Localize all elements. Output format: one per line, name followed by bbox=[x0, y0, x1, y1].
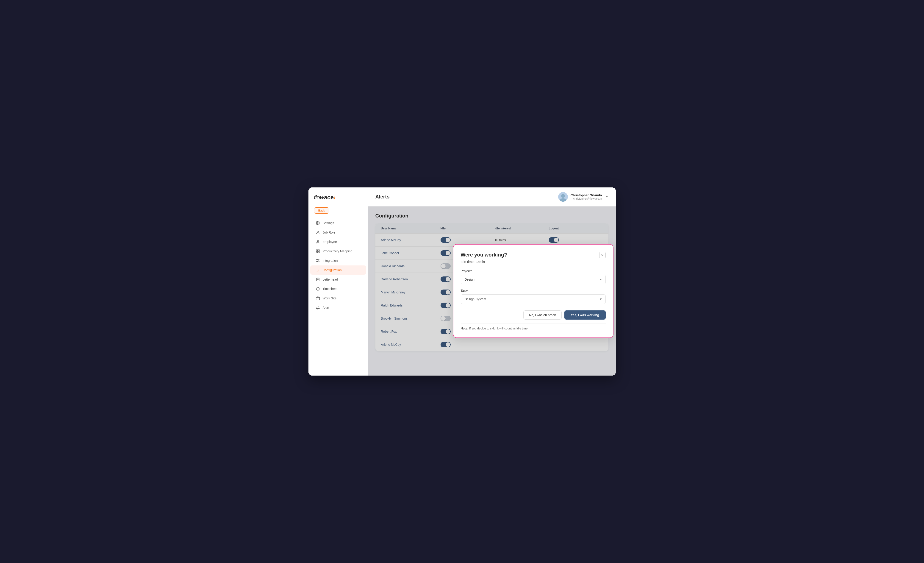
svg-point-28 bbox=[561, 194, 565, 198]
sidebar-item-label: Job Role bbox=[322, 231, 335, 234]
note-bold: Note: bbox=[461, 327, 468, 330]
svg-point-20 bbox=[317, 271, 318, 272]
sidebar-item-employee[interactable]: Employee bbox=[310, 237, 366, 246]
yes-working-button[interactable]: Yes, I was working bbox=[564, 311, 606, 320]
sidebar: flowace› Back Settings Job Role bbox=[309, 188, 368, 375]
sidebar-item-label: Employee bbox=[322, 240, 337, 244]
sidebar-item-label: Letterhead bbox=[322, 278, 338, 281]
sidebar-item-label: Configuration bbox=[322, 268, 342, 272]
svg-point-9 bbox=[316, 261, 318, 262]
svg-rect-3 bbox=[316, 249, 317, 251]
sidebar-item-timesheet[interactable]: Timesheet bbox=[310, 284, 366, 293]
svg-point-19 bbox=[318, 270, 319, 270]
task-label: Task* bbox=[461, 289, 606, 293]
user-dropdown-arrow[interactable]: ▼ bbox=[606, 195, 608, 198]
note-text: If you decide to skip, it will count as … bbox=[469, 327, 528, 330]
sidebar-item-job-role[interactable]: Job Role bbox=[310, 228, 366, 237]
top-bar: Alerts Christopher Orlando christopher@f… bbox=[368, 188, 616, 206]
alerts-heading: Alerts bbox=[375, 194, 390, 200]
svg-rect-4 bbox=[318, 249, 319, 251]
svg-point-1 bbox=[317, 231, 318, 233]
task-select[interactable]: Design System UI Mockups Wireframes bbox=[461, 294, 606, 304]
sidebar-item-work-site[interactable]: Work Site bbox=[310, 294, 366, 303]
sidebar-item-letterhead[interactable]: Letterhead bbox=[310, 275, 366, 284]
task-select-wrapper: Design System UI Mockups Wireframes ▼ bbox=[461, 294, 606, 304]
project-label: Project* bbox=[461, 269, 606, 273]
configuration-icon bbox=[316, 268, 320, 272]
modal-title: Were you working? bbox=[461, 252, 507, 258]
sidebar-item-integration[interactable]: Integration bbox=[310, 256, 366, 265]
sidebar-item-label: Productivity Mapping bbox=[322, 249, 352, 253]
content-area: Configuration User Name Idle Idle Interv… bbox=[368, 206, 616, 375]
timesheet-icon bbox=[316, 287, 320, 291]
project-select[interactable]: Design Development Marketing bbox=[461, 275, 606, 284]
user-name: Christopher Orlando bbox=[571, 194, 602, 197]
svg-point-10 bbox=[318, 261, 319, 262]
sidebar-item-label: Work Site bbox=[322, 296, 336, 300]
employee-icon bbox=[316, 240, 320, 244]
task-field-group: Task* Design System UI Mockups Wireframe… bbox=[461, 289, 606, 304]
alert-icon bbox=[316, 306, 320, 310]
svg-rect-26 bbox=[316, 297, 320, 300]
svg-point-7 bbox=[316, 259, 318, 260]
productivity-icon bbox=[316, 249, 320, 253]
integration-icon bbox=[316, 258, 320, 263]
modal-actions: No, I was on break Yes, I was working bbox=[461, 311, 606, 320]
svg-point-8 bbox=[318, 259, 319, 260]
svg-rect-6 bbox=[318, 252, 319, 253]
user-details: Christopher Orlando christopher@flowace.… bbox=[571, 194, 602, 200]
user-info: Christopher Orlando christopher@flowace.… bbox=[558, 192, 608, 202]
project-select-wrapper: Design Development Marketing ▼ bbox=[461, 275, 606, 284]
svg-rect-5 bbox=[316, 252, 317, 253]
sidebar-item-label: Timesheet bbox=[322, 287, 338, 291]
sidebar-nav: Settings Job Role Employee bbox=[309, 218, 368, 312]
modal-overlay: Were you working? ✕ Idle time: 23min Pro… bbox=[368, 206, 616, 375]
user-email: christopher@flowace.in bbox=[571, 197, 602, 200]
main-content: Alerts Christopher Orlando christopher@f… bbox=[368, 188, 616, 375]
sidebar-item-settings[interactable]: Settings bbox=[310, 218, 366, 228]
idle-modal: Were you working? ✕ Idle time: 23min Pro… bbox=[453, 244, 614, 338]
svg-point-18 bbox=[316, 269, 317, 269]
back-button[interactable]: Back bbox=[314, 207, 329, 213]
project-field-group: Project* Design Development Marketing ▼ bbox=[461, 269, 606, 284]
sidebar-item-alert[interactable]: Alert bbox=[310, 303, 366, 312]
sidebar-item-label: Settings bbox=[322, 221, 334, 225]
sidebar-item-configuration[interactable]: Configuration bbox=[310, 266, 366, 275]
svg-point-0 bbox=[317, 222, 318, 224]
modal-subtitle: Idle time: 23min bbox=[461, 260, 606, 264]
settings-icon bbox=[316, 221, 320, 225]
modal-note: Note: If you decide to skip, it will cou… bbox=[461, 323, 606, 330]
modal-close-button[interactable]: ✕ bbox=[599, 252, 606, 258]
letterhead-icon bbox=[316, 277, 320, 281]
sidebar-item-label: Integration bbox=[322, 259, 338, 263]
sidebar-item-productivity-mapping[interactable]: Productivity Mapping bbox=[310, 247, 366, 256]
modal-header: Were you working? ✕ bbox=[461, 252, 606, 258]
work-site-icon bbox=[316, 296, 320, 300]
job-role-icon bbox=[316, 230, 320, 234]
no-break-button[interactable]: No, I was on break bbox=[524, 311, 562, 320]
avatar bbox=[558, 192, 568, 202]
sidebar-item-label: Alert bbox=[322, 306, 329, 309]
svg-point-2 bbox=[317, 240, 318, 242]
logo: flowace› bbox=[309, 194, 368, 207]
